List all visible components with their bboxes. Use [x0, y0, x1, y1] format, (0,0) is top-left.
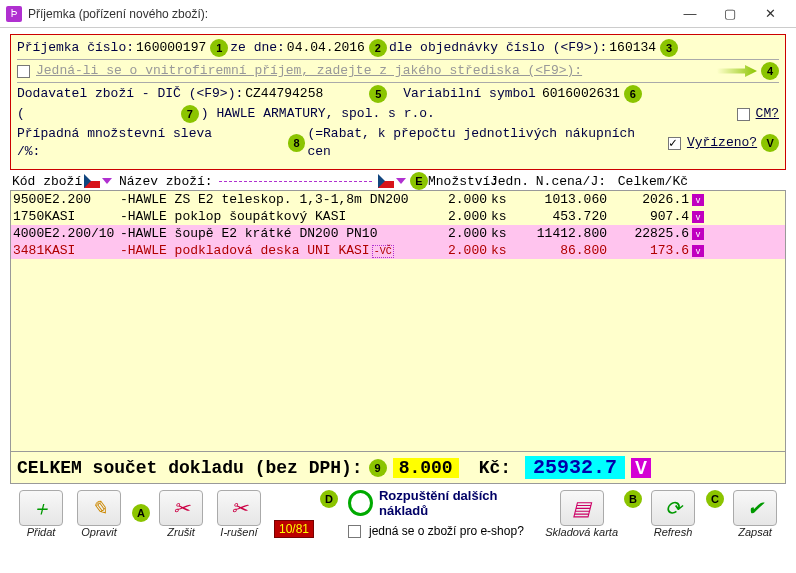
tag-V: V — [761, 134, 779, 152]
pencil-icon: ✎ — [77, 490, 121, 526]
cell-code: 9500E2.200 — [13, 192, 120, 207]
tag-9: 9 — [369, 459, 387, 477]
maximize-button[interactable]: ▢ — [710, 1, 750, 27]
vyrizeno-checkbox[interactable] — [668, 137, 681, 150]
vyrizeno-label: Vyřízeno? — [687, 134, 757, 152]
save-label: Zapsat — [738, 526, 772, 538]
eshop-label: jedná se o zboží pro e-shop? — [369, 524, 524, 538]
cancel-label: Zrušit — [167, 526, 195, 538]
col-unit: Jedn. — [490, 174, 520, 189]
col-price: N.cena/J: — [520, 174, 610, 189]
firma-pre: ( — [17, 105, 25, 123]
idelete-button[interactable]: ✂ I-rušení — [212, 490, 266, 538]
dodavatel-label: Dodavatel zboží - DIČ (<F9>): — [17, 85, 243, 103]
add-label: Přidat — [27, 526, 56, 538]
grid-header: Kód zboží Název zboží: E Množství: Jedn.… — [10, 172, 786, 190]
cell-qty: 2.000 — [429, 243, 491, 258]
col-code[interactable]: Kód zboží — [12, 174, 82, 189]
cell-price: 11412.800 — [521, 226, 611, 241]
cm-label: CM? — [756, 105, 779, 123]
flag-cz-icon — [84, 174, 100, 188]
cell-price: 1013.060 — [521, 192, 611, 207]
cell-total: 173.6 — [611, 243, 691, 258]
col-total: Celkem/Kč — [610, 174, 690, 189]
tag-D: D — [320, 490, 338, 508]
col-name[interactable]: Název zboží: — [119, 174, 213, 189]
cancel-button[interactable]: ✂ Zrušit — [154, 490, 208, 538]
cell-unit: ks — [491, 192, 521, 207]
ze-dne-label: ze dne: — [230, 39, 285, 57]
save-button[interactable]: ✔ Zapsat — [728, 490, 782, 538]
refresh-icon: ⟳ — [651, 490, 695, 526]
dic-value[interactable]: CZ44794258 — [245, 85, 323, 103]
cell-total: 2026.1 — [611, 192, 691, 207]
internal-label: Jedná-li se o vnitrofiremní příjem, zade… — [36, 62, 582, 80]
sleva-label: Případná množstevní sleva /%: — [17, 125, 242, 161]
cell-name: -HAWLE podkladová deska UNI KASI-VČ — [120, 243, 429, 258]
cell-unit: ks — [491, 209, 521, 224]
table-row[interactable]: 3481KASI-HAWLE podkladová deska UNI KASI… — [11, 242, 785, 259]
cell-name: -HAWLE šoupě E2 krátké DN200 PN10 — [120, 226, 429, 241]
idelete-label: I-rušení — [220, 526, 257, 538]
costs-label: Rozpuštění dalších nákladů — [379, 488, 541, 518]
col-qty: Množství: — [428, 174, 490, 189]
stock-card-button[interactable]: ▤ Skladová karta — [545, 490, 618, 538]
cell-unit: ks — [491, 226, 521, 241]
app-icon: Þ — [6, 6, 22, 22]
tag-2: 2 — [369, 39, 387, 57]
tag-E: E — [410, 172, 428, 190]
table-row[interactable]: 9500E2.200-HAWLE ZS E2 teleskop. 1,3-1,8… — [11, 191, 785, 208]
add-button[interactable]: ＋ Přidat — [14, 490, 68, 538]
tag-B: B — [624, 490, 642, 508]
scissors-icon: ✂ — [159, 490, 203, 526]
header-panel: Příjemka číslo: 160000197 1 ze dne: 04.0… — [10, 34, 786, 170]
prijemka-number[interactable]: 160000197 — [136, 39, 206, 57]
toolbar: ＋ Přidat ✎ Opravit A ✂ Zrušit ✂ I-rušení… — [10, 484, 786, 538]
close-button[interactable]: ✕ — [750, 1, 790, 27]
edit-button[interactable]: ✎ Opravit — [72, 490, 126, 538]
window-title: Příjemka (pořízení nového zboží): — [28, 7, 670, 21]
eshop-checkbox[interactable] — [348, 525, 361, 538]
tag-4: 4 — [761, 62, 779, 80]
cell-mark[interactable]: v — [691, 209, 705, 224]
cell-price: 86.800 — [521, 243, 611, 258]
cell-mark[interactable]: v — [691, 243, 705, 258]
internal-checkbox[interactable] — [17, 65, 30, 78]
card-icon: ▤ — [560, 490, 604, 526]
cell-name: -HAWLE poklop šoupátkový KASI — [120, 209, 429, 224]
cell-qty: 2.000 — [429, 192, 491, 207]
costs-link[interactable]: Rozpuštění dalších nákladů — [348, 488, 541, 518]
cell-qty: 2.000 — [429, 209, 491, 224]
cell-mark[interactable]: v — [691, 226, 705, 241]
cell-total: 22825.6 — [611, 226, 691, 241]
vc-badge: -VČ — [372, 245, 394, 258]
table-row[interactable]: 1750KASI-HAWLE poklop šoupátkový KASI2.0… — [11, 208, 785, 225]
refresh-button[interactable]: ⟳ Refresh — [646, 490, 700, 538]
sort-name-icon[interactable] — [396, 178, 406, 184]
big-v-icon[interactable]: V — [631, 458, 651, 478]
scissors2-icon: ✂ — [217, 490, 261, 526]
total-qty: 8.000 — [393, 458, 459, 478]
check-icon: ✔ — [733, 490, 777, 526]
stock-card-label: Skladová karta — [545, 526, 618, 538]
items-grid[interactable]: 9500E2.200-HAWLE ZS E2 teleskop. 1,3-1,8… — [10, 190, 786, 452]
cell-name: -HAWLE ZS E2 teleskop. 1,3-1,8m DN200 — [120, 192, 429, 207]
cell-code: 1750KASI — [13, 209, 120, 224]
sort-code-icon[interactable] — [102, 178, 112, 184]
cycle-icon — [348, 490, 373, 516]
ze-dne-value[interactable]: 04.04.2016 — [287, 39, 365, 57]
flag-cz2-icon — [378, 174, 394, 188]
cell-mark[interactable]: v — [691, 192, 705, 207]
cm-checkbox[interactable] — [737, 108, 750, 121]
tag-C: C — [706, 490, 724, 508]
plus-icon: ＋ — [19, 490, 63, 526]
total-label: CELKEM součet dokladu (bez DPH): — [17, 458, 363, 478]
vs-value[interactable]: 6016002631 — [542, 85, 620, 103]
table-row[interactable]: 4000E2.200/10-HAWLE šoupě E2 krátké DN20… — [11, 225, 785, 242]
tag-8: 8 — [288, 134, 306, 152]
total-kc: 25932.7 — [525, 456, 625, 479]
tag-3: 3 — [660, 39, 678, 57]
obj-number[interactable]: 160134 — [609, 39, 656, 57]
edit-label: Opravit — [81, 526, 116, 538]
minimize-button[interactable]: — — [670, 1, 710, 27]
